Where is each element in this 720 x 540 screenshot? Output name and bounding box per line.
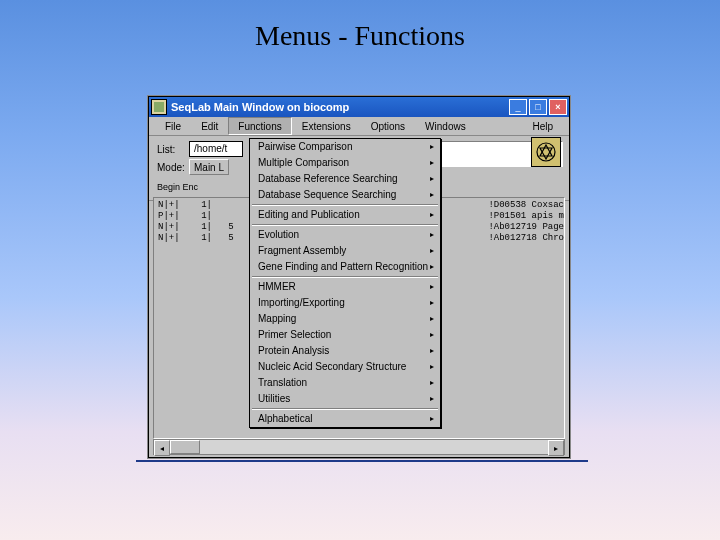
functions-menu-item[interactable]: Database Sequence Searching▸ [250, 187, 440, 203]
list-row-left[interactable]: N|+| 1| [158, 200, 234, 211]
mode-select[interactable]: Main L [189, 159, 229, 175]
submenu-arrow-icon: ▸ [430, 413, 434, 425]
menu-bar: File Edit Functions Extensions Options W… [149, 117, 569, 136]
window-buttons: _ □ × [509, 99, 567, 115]
maximize-button[interactable]: □ [529, 99, 547, 115]
submenu-arrow-icon: ▸ [430, 329, 434, 341]
submenu-arrow-icon: ▸ [430, 345, 434, 357]
list-row-left[interactable]: N|+| 1| 5 [158, 222, 234, 233]
menu-item-label: Utilities [258, 393, 290, 405]
functions-menu-item[interactable]: HMMER▸ [250, 279, 440, 295]
menu-item-label: Fragment Assembly [258, 245, 346, 257]
submenu-arrow-icon: ▸ [430, 281, 434, 293]
menu-item-label: Nucleic Acid Secondary Structure [258, 361, 406, 373]
minimize-button[interactable]: _ [509, 99, 527, 115]
menu-edit[interactable]: Edit [191, 117, 228, 135]
menu-item-label: Database Reference Searching [258, 173, 398, 185]
menu-item-label: Alphabetical [258, 413, 312, 425]
menu-item-label: Importing/Exporting [258, 297, 345, 309]
menu-separator [252, 204, 438, 206]
menu-item-label: HMMER [258, 281, 296, 293]
window-title: SeqLab Main Window on biocomp [171, 101, 509, 113]
menu-options[interactable]: Options [361, 117, 415, 135]
menu-separator [252, 224, 438, 226]
menu-item-label: Multiple Comparison [258, 157, 349, 169]
title-bar[interactable]: SeqLab Main Window on biocomp _ □ × [149, 97, 569, 117]
scroll-left-button[interactable]: ◂ [154, 440, 170, 456]
submenu-arrow-icon: ▸ [430, 245, 434, 257]
horizontal-scrollbar[interactable]: ◂ ▸ [153, 439, 565, 455]
submenu-arrow-icon: ▸ [430, 261, 434, 273]
menu-item-label: Translation [258, 377, 307, 389]
functions-menu-item[interactable]: Gene Finding and Pattern Recognition▸ [250, 259, 440, 275]
submenu-arrow-icon: ▸ [430, 157, 434, 169]
functions-menu-item[interactable]: Alphabetical▸ [250, 411, 440, 427]
menu-item-label: Database Sequence Searching [258, 189, 396, 201]
list-label: List: [157, 144, 189, 155]
menu-functions[interactable]: Functions [228, 117, 291, 135]
functions-menu-item[interactable]: Primer Selection▸ [250, 327, 440, 343]
menu-item-label: Primer Selection [258, 329, 331, 341]
app-window: SeqLab Main Window on biocomp _ □ × File… [148, 96, 570, 458]
submenu-arrow-icon: ▸ [430, 377, 434, 389]
menu-extensions[interactable]: Extensions [292, 117, 361, 135]
slide-title: Menus - Functions [0, 20, 720, 52]
functions-menu-item[interactable]: Evolution▸ [250, 227, 440, 243]
menu-windows[interactable]: Windows [415, 117, 476, 135]
mode-value: Main L [194, 162, 224, 173]
menu-separator [252, 276, 438, 278]
menu-help[interactable]: Help [522, 117, 563, 135]
submenu-arrow-icon: ▸ [430, 141, 434, 153]
list-row-right[interactable]: !Ab012719 Page [488, 222, 564, 233]
submenu-arrow-icon: ▸ [430, 209, 434, 221]
scroll-track[interactable] [170, 440, 548, 454]
scroll-right-button[interactable]: ▸ [548, 440, 564, 456]
functions-menu-item[interactable]: Translation▸ [250, 375, 440, 391]
submenu-arrow-icon: ▸ [430, 297, 434, 309]
list-row-right[interactable]: !Ab012718 Chro [488, 233, 564, 244]
scroll-thumb[interactable] [170, 440, 200, 454]
menu-item-label: Evolution [258, 229, 299, 241]
functions-menu-item[interactable]: Mapping▸ [250, 311, 440, 327]
list-row-right[interactable]: !P01501 apis m [488, 211, 564, 222]
submenu-arrow-icon: ▸ [430, 189, 434, 201]
functions-menu-item[interactable]: Multiple Comparison▸ [250, 155, 440, 171]
functions-dropdown: Pairwise Comparison▸Multiple Comparison▸… [249, 138, 441, 428]
app-icon [151, 99, 167, 115]
menu-item-label: Editing and Publication [258, 209, 360, 221]
functions-menu-item[interactable]: Protein Analysis▸ [250, 343, 440, 359]
list-row-left[interactable]: N|+| 1| 5 [158, 233, 234, 244]
submenu-arrow-icon: ▸ [430, 313, 434, 325]
submenu-arrow-icon: ▸ [430, 361, 434, 373]
list-left-column: N|+| 1|P|+| 1|N|+| 1| 5N|+| 1| 5 [154, 198, 238, 246]
menu-item-label: Mapping [258, 313, 296, 325]
functions-menu-item[interactable]: Importing/Exporting▸ [250, 295, 440, 311]
list-right-column: !D00538 Coxsac!P01501 apis m!Ab012719 Pa… [484, 198, 564, 246]
list-input[interactable]: /home/t [189, 141, 243, 157]
close-button[interactable]: × [549, 99, 567, 115]
menu-file[interactable]: File [155, 117, 191, 135]
columns-header: Begin Enc [157, 182, 198, 192]
submenu-arrow-icon: ▸ [430, 229, 434, 241]
functions-menu-item[interactable]: Utilities▸ [250, 391, 440, 407]
functions-menu-item[interactable]: Editing and Publication▸ [250, 207, 440, 223]
submenu-arrow-icon: ▸ [430, 173, 434, 185]
menu-separator [252, 408, 438, 410]
menu-item-label: Pairwise Comparison [258, 141, 352, 153]
help-logo-icon[interactable] [531, 137, 561, 167]
list-row-left[interactable]: P|+| 1| [158, 211, 234, 222]
submenu-arrow-icon: ▸ [430, 393, 434, 405]
functions-menu-item[interactable]: Pairwise Comparison▸ [250, 139, 440, 155]
list-row-right[interactable]: !D00538 Coxsac [488, 200, 564, 211]
slide-underline [136, 460, 588, 462]
menu-item-label: Gene Finding and Pattern Recognition [258, 261, 428, 273]
menu-item-label: Protein Analysis [258, 345, 329, 357]
mode-label: Mode: [157, 162, 189, 173]
functions-menu-item[interactable]: Database Reference Searching▸ [250, 171, 440, 187]
functions-menu-item[interactable]: Nucleic Acid Secondary Structure▸ [250, 359, 440, 375]
functions-menu-item[interactable]: Fragment Assembly▸ [250, 243, 440, 259]
